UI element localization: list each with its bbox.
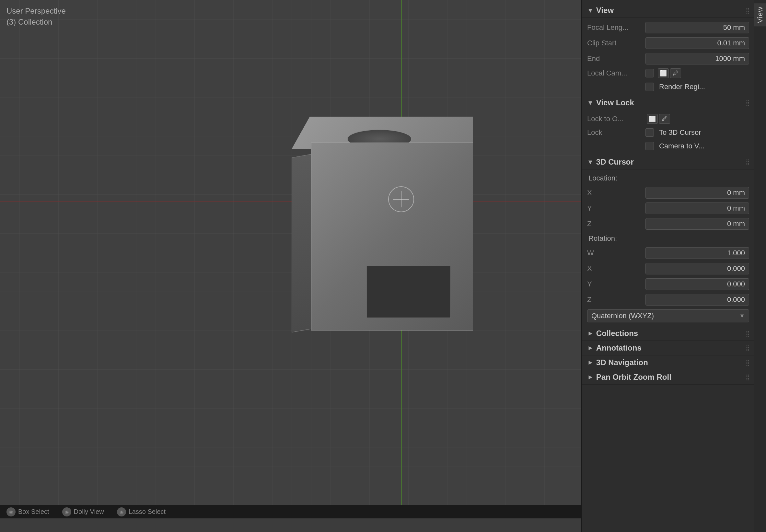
cursor-y-label: Y: [587, 204, 645, 213]
clip-end-value[interactable]: 1000 mm: [645, 53, 749, 64]
cursor-rz-row: Z 0.000: [582, 292, 754, 307]
viewport[interactable]: User Perspective (3) Collection X Y 🔍 ✋ …: [0, 0, 680, 518]
local-cam-row: Local Cam... ⬜ 🖉: [582, 66, 754, 80]
focal-length-row: Focal Leng... 50 mm: [582, 20, 754, 35]
section-cursor-header[interactable]: ▼ 3D Cursor ⣿: [582, 155, 754, 169]
section-view-drag: ⣿: [746, 7, 749, 14]
cursor-y-row: Y 0 mm: [582, 201, 754, 216]
statusbar-item-3: ◉ Lasso Select: [117, 507, 166, 516]
local-cam-icon-btn[interactable]: ⬜: [658, 68, 669, 78]
section-panorbit-drag: ⣿: [746, 374, 749, 381]
section-viewlock-arrow: ▼: [587, 99, 594, 107]
statusbar-icon-1: ◉: [6, 507, 16, 516]
section-annotations-header[interactable]: ▼ Annotations ⣿: [582, 341, 754, 355]
cursor-rz-label: Z: [587, 295, 645, 304]
cursor-z-row: Z 0 mm: [582, 216, 754, 232]
cursor-w-value[interactable]: 1.000: [645, 247, 749, 259]
cursor-x-row: X 0 mm: [582, 185, 754, 201]
lock-row: Lock To 3D Cursor: [582, 126, 754, 139]
section-annotations-drag: ⣿: [746, 344, 749, 352]
to-3d-cursor-label: To 3D Cursor: [659, 128, 701, 137]
statusbar-icon-3: ◉: [117, 507, 126, 516]
section-3dnavigation-drag: ⣿: [746, 359, 749, 366]
local-cam-eyedrop-btn[interactable]: 🖉: [670, 68, 681, 78]
lock-to-o-icon-btn[interactable]: ⬜: [647, 114, 658, 124]
cursor-y-value[interactable]: 0 mm: [645, 202, 749, 214]
clip-end-row: End 1000 mm: [582, 51, 754, 66]
cursor-x-label: X: [587, 189, 645, 197]
location-label: Location:: [587, 174, 617, 182]
focal-length-label: Focal Leng...: [587, 23, 645, 32]
to-3d-cursor-checkbox[interactable]: [645, 128, 654, 137]
viewport-info: User Perspective (3) Collection: [6, 6, 66, 27]
camera-to-v-checkbox[interactable]: [645, 142, 654, 150]
section-viewlock-title: View Lock: [596, 98, 634, 107]
statusbar-icon-2: ◉: [62, 507, 71, 516]
cursor-rx-value[interactable]: 0.000: [645, 263, 749, 274]
cursor-w-row: W 1.000: [582, 245, 754, 261]
section-3dnavigation-arrow: ▼: [586, 359, 594, 366]
clip-start-row: Clip Start 0.01 mm: [582, 35, 754, 51]
sidebar-tab-view[interactable]: View: [754, 3, 766, 26]
location-header-row: Location:: [582, 171, 754, 185]
cursor-ry-value[interactable]: 0.000: [645, 278, 749, 290]
section-view-arrow: ▼: [587, 7, 594, 14]
section-collections-title: Collections: [596, 329, 638, 338]
render-regi-checkbox[interactable]: [645, 83, 654, 91]
rotation-mode-dropdown[interactable]: Quaternion (WXYZ) ▼: [587, 309, 749, 322]
section-annotations-title: Annotations: [596, 343, 642, 353]
clip-end-label: End: [587, 54, 645, 63]
cursor-z-value[interactable]: 0 mm: [645, 218, 749, 230]
clip-start-label: Clip Start: [587, 39, 645, 47]
statusbar-label-2: Dolly View: [74, 508, 104, 515]
3d-object-box: [292, 117, 493, 343]
statusbar: ◉ Box Select ◉ Dolly View ◉ Lasso Select: [0, 505, 680, 518]
local-cam-checkbox[interactable]: [645, 69, 654, 77]
cursor-rx-row: X 0.000: [582, 261, 754, 276]
cursor-ry-label: Y: [587, 280, 645, 288]
box-front-face: [311, 143, 473, 330]
section-view-header[interactable]: ▼ View ⣿: [582, 3, 754, 18]
rotation-mode-row: Quaternion (WXYZ) ▼: [582, 307, 754, 324]
section-viewlock-header[interactable]: ▼ View Lock ⣿: [582, 96, 754, 110]
crosshair: [393, 191, 409, 207]
statusbar-item-1: ◉ Box Select: [6, 507, 49, 516]
rotation-header-row: Rotation:: [582, 232, 754, 245]
statusbar-label-3: Lasso Select: [129, 508, 166, 515]
section-3dnavigation-title: 3D Navigation: [596, 358, 648, 367]
sidebar-content: ▼ View ⣿ Focal Leng... 50 mm Clip Start …: [582, 0, 754, 388]
lock-to-o-eyedrop-btn[interactable]: 🖉: [659, 114, 670, 124]
focal-length-value[interactable]: 50 mm: [645, 22, 749, 33]
section-3dnavigation-header[interactable]: ▼ 3D Navigation ⣿: [582, 355, 754, 370]
section-collections-header[interactable]: ▼ Collections ⣿: [582, 326, 754, 341]
render-regi-row: Render Regi...: [582, 80, 754, 94]
clip-start-value[interactable]: 0.01 mm: [645, 37, 749, 49]
statusbar-label-1: Box Select: [18, 508, 49, 515]
cursor-w-label: W: [587, 249, 645, 257]
render-regi-label: Render Regi...: [659, 83, 705, 91]
section-panorbit-arrow: ▼: [586, 374, 594, 380]
camera-to-v-label: Camera to V...: [659, 142, 704, 150]
view-properties: Focal Leng... 50 mm Clip Start 0.01 mm E…: [582, 18, 754, 96]
section-cursor-title: 3D Cursor: [596, 157, 634, 167]
statusbar-item-2: ◉ Dolly View: [62, 507, 104, 516]
collection-label: (3) Collection: [6, 17, 66, 27]
cursor-z-label: Z: [587, 220, 645, 228]
section-panorbit-header[interactable]: ▼ Pan Orbit Zoom Roll ⣿: [582, 370, 754, 385]
cursor-rz-value[interactable]: 0.000: [645, 294, 749, 306]
rotation-label: Rotation:: [587, 234, 617, 243]
lock-to-o-label: Lock to O...: [587, 115, 645, 123]
cursor-x-value[interactable]: 0 mm: [645, 187, 749, 199]
rotation-mode-label: Quaternion (WXYZ): [591, 312, 654, 320]
section-panorbit-title: Pan Orbit Zoom Roll: [596, 373, 671, 382]
dropdown-arrow-icon: ▼: [739, 313, 745, 319]
sidebar: ▼ View ⣿ Focal Leng... 50 mm Clip Start …: [581, 0, 766, 532]
viewlock-properties: Lock to O... ⬜ 🖉 Lock To 3D Cursor Camer…: [582, 110, 754, 155]
sidebar-tab-strip: View: [754, 0, 766, 532]
section-cursor-arrow: ▼: [587, 158, 594, 166]
section-viewlock-drag: ⣿: [746, 99, 749, 106]
section-view-title: View: [596, 6, 614, 15]
camera-to-v-row: Camera to V...: [582, 139, 754, 153]
lock-to-o-row: Lock to O... ⬜ 🖉: [582, 112, 754, 126]
perspective-label: User Perspective: [6, 6, 66, 16]
